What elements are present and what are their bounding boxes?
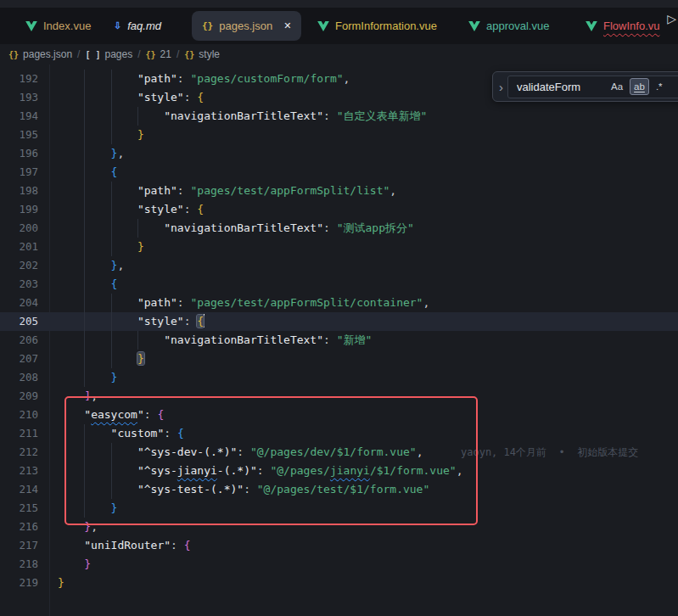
tab-label: Index.vue: [43, 20, 91, 32]
regex-button[interactable]: .*: [652, 78, 667, 95]
json-icon: {}: [202, 20, 213, 31]
breadcrumb-label: pages: [105, 48, 133, 60]
breadcrumb-item-21[interactable]: {}21: [146, 48, 171, 60]
code-area[interactable]: › Aaab.* 192"path": "pages/customForm/fo…: [0, 64, 678, 616]
tab-forminformation-vue[interactable]: FormInformation.vue: [307, 11, 447, 41]
indent-guide: [84, 480, 85, 499]
indent-guide: [84, 238, 85, 256]
code-line[interactable]: 199"style": {: [0, 200, 678, 219]
line-number: 201: [0, 238, 38, 256]
code-line[interactable]: 215}: [0, 499, 678, 518]
vue-icon: [586, 21, 597, 31]
line-number: 208: [0, 368, 38, 387]
tab-label: FormInformation.vue: [335, 20, 437, 32]
code-line[interactable]: 202},: [0, 256, 678, 275]
code-line[interactable]: 204"path": "pages/test/appFormSplit/cont…: [0, 294, 678, 312]
indent-guide: [84, 182, 85, 200]
code-line[interactable]: 209],: [0, 387, 678, 406]
code-line[interactable]: 208}: [0, 368, 678, 387]
code-text: "easycom": {: [84, 406, 164, 424]
indent-guide: [111, 443, 112, 462]
code-line[interactable]: 201}: [0, 238, 678, 256]
code-text: },: [111, 256, 125, 275]
code-text: "^sys-test-(.*)": "@/pages/test/$1/form.…: [137, 480, 429, 499]
tab-label: faq.md: [127, 20, 161, 32]
code-line[interactable]: 217"uniIdRouter": {: [0, 536, 678, 555]
whole-word-button[interactable]: ab: [630, 78, 649, 95]
code-line[interactable]: 216},: [0, 518, 678, 536]
indent-guide: [84, 499, 85, 518]
code-line[interactable]: 214"^sys-test-(.*)": "@/pages/test/$1/fo…: [0, 480, 678, 499]
code-line[interactable]: 203{: [0, 275, 678, 294]
array-icon: [ ]: [85, 50, 100, 59]
code-line[interactable]: 206"navigationBarTitleText": "新增": [0, 331, 678, 350]
code-line[interactable]: 211"custom": {: [0, 424, 678, 443]
indent-guide: [84, 368, 85, 387]
code-text: {: [111, 163, 118, 182]
breadcrumb-label: style: [199, 48, 220, 60]
code-text: "style": {: [137, 88, 204, 107]
line-number: 218: [0, 555, 38, 574]
tab-index-vue[interactable]: Index.vue: [15, 11, 101, 41]
tab-flowinfo-vu[interactable]: FlowInfo.vu: [575, 11, 670, 41]
find-input[interactable]: [515, 80, 607, 94]
code-line[interactable]: 212"^sys-dev-(.*)": "@/pages/dev/$1/form…: [0, 443, 678, 462]
line-number: 200: [0, 219, 38, 238]
breadcrumb-item-pages-json[interactable]: {}pages.json: [8, 48, 72, 60]
code-text: "navigationBarTitleText": "自定义表单新增": [164, 107, 427, 126]
indent-guide: [111, 238, 112, 256]
indent-guide: [84, 462, 85, 480]
indent-guide: [84, 126, 85, 144]
breadcrumb-item-pages[interactable]: [ ]pages: [85, 48, 132, 60]
line-number: 214: [0, 480, 38, 499]
code-line[interactable]: 219}: [0, 574, 678, 592]
line-number: 213: [0, 462, 38, 480]
indent-guide: [84, 219, 85, 238]
code-text: ],: [84, 387, 98, 406]
indent-guide: [111, 107, 112, 126]
line-number: 203: [0, 275, 38, 294]
code-line[interactable]: 197{: [0, 163, 678, 182]
breadcrumb-item-style[interactable]: {}style: [184, 48, 220, 60]
vue-icon: [317, 21, 329, 31]
indent-guide: [84, 294, 85, 312]
find-options: Aaab.*: [607, 78, 670, 95]
tab-label: FlowInfo.vu: [603, 20, 659, 32]
code-text: },: [111, 144, 125, 163]
tab-pages-json[interactable]: {}pages.json✕: [192, 11, 301, 41]
line-number: 194: [0, 107, 38, 126]
code-line[interactable]: 207}: [0, 350, 678, 368]
code-text: "navigationBarTitleText": "新增": [164, 331, 372, 350]
code-text: }: [137, 126, 144, 144]
indent-guide: [84, 88, 85, 107]
code-line[interactable]: 213"^sys-jianyi-(.*)": "@/pages/jianyi/$…: [0, 462, 678, 480]
code-line[interactable]: 194"navigationBarTitleText": "自定义表单新增": [0, 107, 678, 126]
tab-approval-vue[interactable]: approval.vue: [458, 11, 559, 41]
code-line[interactable]: 195}: [0, 126, 678, 144]
tab-faq-md[interactable]: ⇩faq.md: [104, 11, 171, 41]
code-text: "path": "pages/test/appFormSplit/contain…: [137, 294, 429, 312]
indent-guide: [84, 424, 85, 443]
code-line[interactable]: 198"path": "pages/test/appFormSplit/list…: [0, 182, 678, 200]
code-text: },: [84, 518, 98, 536]
vscode-window: Index.vue⇩faq.md{}pages.json✕FormInforma…: [0, 0, 678, 616]
match-case-button[interactable]: Aa: [607, 78, 627, 95]
find-toggle-chevron[interactable]: ›: [493, 80, 507, 94]
code-line[interactable]: 218}: [0, 555, 678, 574]
code-text: {: [111, 275, 118, 294]
vue-icon: [468, 21, 480, 31]
line-number: 209: [0, 387, 38, 406]
line-number: 219: [0, 574, 38, 592]
code-line[interactable]: 200"navigationBarTitleText": "测试app拆分": [0, 219, 678, 238]
indent-guide: [84, 256, 85, 275]
close-icon[interactable]: ✕: [283, 20, 291, 31]
code-line[interactable]: 205"style": {: [0, 312, 678, 331]
code-line[interactable]: 210"easycom": {: [0, 406, 678, 424]
code-text: "style": {: [137, 200, 204, 219]
code-line[interactable]: 196},: [0, 144, 678, 163]
indent-guide: [111, 182, 112, 200]
tab-overflow-chevron[interactable]: ▷: [667, 12, 676, 25]
object-icon: {}: [184, 50, 194, 59]
indent-guide: [111, 462, 112, 480]
line-number: 197: [0, 163, 38, 182]
